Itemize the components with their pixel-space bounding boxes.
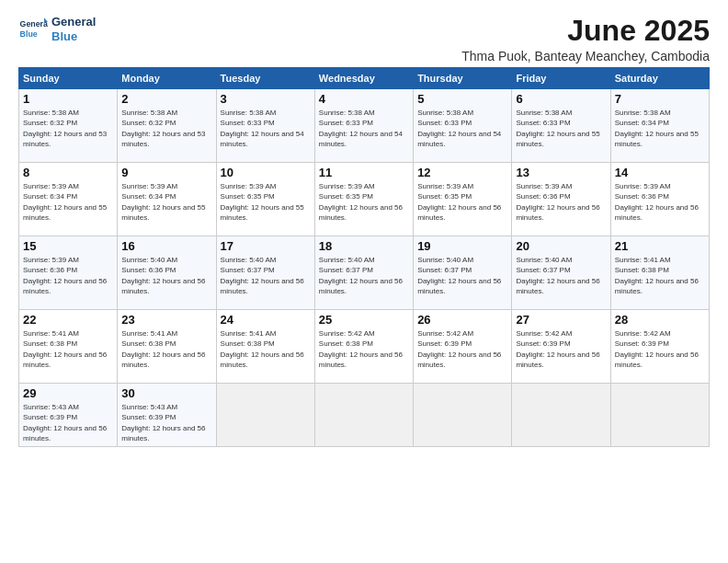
day-info: Sunrise: 5:38 AM Sunset: 6:33 PM Dayligh… <box>417 108 507 149</box>
day-info: Sunrise: 5:41 AM Sunset: 6:38 PM Dayligh… <box>221 328 311 370</box>
logo: General Blue General Blue <box>18 15 96 44</box>
header-tuesday: Tuesday <box>216 68 314 89</box>
logo-line1: General <box>51 15 96 29</box>
calendar-cell: 27 Sunrise: 5:42 AM Sunset: 6:39 PM Dayl… <box>512 310 610 384</box>
calendar-cell: 5 Sunrise: 5:38 AM Sunset: 6:33 PM Dayli… <box>414 89 512 163</box>
day-number: 30 <box>121 386 211 400</box>
day-number: 1 <box>23 92 113 106</box>
calendar-cell: 26 Sunrise: 5:42 AM Sunset: 6:39 PM Dayl… <box>414 310 512 384</box>
title-block: June 2025 Thma Puok, Banteay Meanchey, C… <box>461 15 710 63</box>
day-number: 20 <box>516 239 606 253</box>
day-info: Sunrise: 5:40 AM Sunset: 6:37 PM Dayligh… <box>516 255 606 296</box>
day-info: Sunrise: 5:38 AM Sunset: 6:32 PM Dayligh… <box>121 108 211 149</box>
calendar-week-row: 29 Sunrise: 5:43 AM Sunset: 6:39 PM Dayl… <box>19 384 710 447</box>
day-info: Sunrise: 5:39 AM Sunset: 6:35 PM Dayligh… <box>417 181 507 223</box>
day-info: Sunrise: 5:42 AM Sunset: 6:39 PM Dayligh… <box>615 328 705 370</box>
day-info: Sunrise: 5:38 AM Sunset: 6:34 PM Dayligh… <box>615 108 705 149</box>
calendar-week-row: 8 Sunrise: 5:39 AM Sunset: 6:34 PM Dayli… <box>19 163 710 236</box>
day-number: 12 <box>417 166 507 179</box>
calendar-cell: 30 Sunrise: 5:43 AM Sunset: 6:39 PM Dayl… <box>118 384 216 447</box>
day-number: 8 <box>23 166 113 179</box>
day-number: 9 <box>121 166 211 179</box>
day-number: 2 <box>121 92 211 106</box>
day-info: Sunrise: 5:39 AM Sunset: 6:36 PM Dayligh… <box>516 181 606 223</box>
day-info: Sunrise: 5:38 AM Sunset: 6:33 PM Dayligh… <box>516 108 606 149</box>
location-title: Thma Puok, Banteay Meanchey, Cambodia <box>461 49 710 63</box>
calendar-cell: 19 Sunrise: 5:40 AM Sunset: 6:37 PM Dayl… <box>414 236 512 310</box>
day-number: 26 <box>417 313 507 327</box>
month-title: June 2025 <box>461 15 710 47</box>
calendar-cell: 23 Sunrise: 5:41 AM Sunset: 6:38 PM Dayl… <box>118 310 216 384</box>
calendar-cell: 9 Sunrise: 5:39 AM Sunset: 6:34 PM Dayli… <box>118 163 216 236</box>
day-info: Sunrise: 5:41 AM Sunset: 6:38 PM Dayligh… <box>121 328 211 370</box>
day-number: 17 <box>221 239 311 253</box>
calendar-cell: 11 Sunrise: 5:39 AM Sunset: 6:35 PM Dayl… <box>314 163 413 236</box>
calendar-cell: 20 Sunrise: 5:40 AM Sunset: 6:37 PM Dayl… <box>512 236 610 310</box>
day-info: Sunrise: 5:39 AM Sunset: 6:36 PM Dayligh… <box>615 181 705 223</box>
calendar-cell: 25 Sunrise: 5:42 AM Sunset: 6:38 PM Dayl… <box>314 310 413 384</box>
header-friday: Friday <box>512 68 610 89</box>
day-number: 7 <box>615 92 705 106</box>
calendar-cell: 4 Sunrise: 5:38 AM Sunset: 6:33 PM Dayli… <box>314 89 413 163</box>
day-info: Sunrise: 5:43 AM Sunset: 6:39 PM Dayligh… <box>23 402 113 443</box>
calendar-week-row: 1 Sunrise: 5:38 AM Sunset: 6:32 PM Dayli… <box>19 89 710 163</box>
day-info: Sunrise: 5:43 AM Sunset: 6:39 PM Dayligh… <box>121 402 211 443</box>
calendar-cell <box>216 384 314 447</box>
day-info: Sunrise: 5:39 AM Sunset: 6:35 PM Dayligh… <box>319 181 409 223</box>
day-number: 11 <box>319 166 409 179</box>
day-number: 10 <box>221 166 311 179</box>
day-number: 18 <box>319 239 409 253</box>
calendar-cell: 10 Sunrise: 5:39 AM Sunset: 6:35 PM Dayl… <box>216 163 314 236</box>
calendar-page: General Blue General Blue June 2025 Thma… <box>0 0 728 563</box>
day-number: 28 <box>615 313 705 327</box>
day-info: Sunrise: 5:42 AM Sunset: 6:38 PM Dayligh… <box>319 328 409 370</box>
day-number: 29 <box>23 386 113 400</box>
calendar-cell: 17 Sunrise: 5:40 AM Sunset: 6:37 PM Dayl… <box>216 236 314 310</box>
calendar-cell: 12 Sunrise: 5:39 AM Sunset: 6:35 PM Dayl… <box>414 163 512 236</box>
day-number: 25 <box>319 313 409 327</box>
day-info: Sunrise: 5:41 AM Sunset: 6:38 PM Dayligh… <box>23 328 113 370</box>
day-number: 27 <box>516 313 606 327</box>
calendar-cell <box>512 384 610 447</box>
calendar-cell: 6 Sunrise: 5:38 AM Sunset: 6:33 PM Dayli… <box>512 89 610 163</box>
calendar-body: 1 Sunrise: 5:38 AM Sunset: 6:32 PM Dayli… <box>19 89 710 447</box>
day-number: 13 <box>516 166 606 179</box>
logo-icon: General Blue <box>18 15 48 44</box>
header-saturday: Saturday <box>610 68 709 89</box>
calendar-cell: 18 Sunrise: 5:40 AM Sunset: 6:37 PM Dayl… <box>314 236 413 310</box>
day-number: 16 <box>121 239 211 253</box>
header: General Blue General Blue June 2025 Thma… <box>18 15 710 63</box>
calendar-cell: 29 Sunrise: 5:43 AM Sunset: 6:39 PM Dayl… <box>19 384 118 447</box>
day-number: 4 <box>319 92 409 106</box>
calendar-cell: 2 Sunrise: 5:38 AM Sunset: 6:32 PM Dayli… <box>118 89 216 163</box>
header-monday: Monday <box>118 68 216 89</box>
day-info: Sunrise: 5:40 AM Sunset: 6:36 PM Dayligh… <box>121 255 211 296</box>
header-wednesday: Wednesday <box>314 68 413 89</box>
calendar-week-row: 15 Sunrise: 5:39 AM Sunset: 6:36 PM Dayl… <box>19 236 710 310</box>
day-info: Sunrise: 5:42 AM Sunset: 6:39 PM Dayligh… <box>516 328 606 370</box>
header-sunday: Sunday <box>19 68 118 89</box>
calendar-cell: 1 Sunrise: 5:38 AM Sunset: 6:32 PM Dayli… <box>19 89 118 163</box>
calendar-cell: 24 Sunrise: 5:41 AM Sunset: 6:38 PM Dayl… <box>216 310 314 384</box>
header-thursday: Thursday <box>414 68 512 89</box>
calendar-cell: 22 Sunrise: 5:41 AM Sunset: 6:38 PM Dayl… <box>19 310 118 384</box>
day-info: Sunrise: 5:38 AM Sunset: 6:33 PM Dayligh… <box>221 108 311 149</box>
day-number: 21 <box>615 239 705 253</box>
calendar-cell: 14 Sunrise: 5:39 AM Sunset: 6:36 PM Dayl… <box>610 163 709 236</box>
calendar-cell <box>314 384 413 447</box>
calendar-cell: 28 Sunrise: 5:42 AM Sunset: 6:39 PM Dayl… <box>610 310 709 384</box>
day-info: Sunrise: 5:42 AM Sunset: 6:39 PM Dayligh… <box>417 328 507 370</box>
logo-line2: Blue <box>51 29 96 44</box>
calendar-cell: 13 Sunrise: 5:39 AM Sunset: 6:36 PM Dayl… <box>512 163 610 236</box>
calendar-cell: 7 Sunrise: 5:38 AM Sunset: 6:34 PM Dayli… <box>610 89 709 163</box>
day-number: 24 <box>221 313 311 327</box>
day-info: Sunrise: 5:39 AM Sunset: 6:34 PM Dayligh… <box>23 181 113 223</box>
calendar-table: Sunday Monday Tuesday Wednesday Thursday… <box>18 67 710 447</box>
day-number: 14 <box>615 166 705 179</box>
calendar-cell <box>610 384 709 447</box>
calendar-week-row: 22 Sunrise: 5:41 AM Sunset: 6:38 PM Dayl… <box>19 310 710 384</box>
day-info: Sunrise: 5:38 AM Sunset: 6:33 PM Dayligh… <box>319 108 409 149</box>
calendar-cell: 21 Sunrise: 5:41 AM Sunset: 6:38 PM Dayl… <box>610 236 709 310</box>
day-info: Sunrise: 5:38 AM Sunset: 6:32 PM Dayligh… <box>23 108 113 149</box>
svg-text:Blue: Blue <box>20 29 38 39</box>
